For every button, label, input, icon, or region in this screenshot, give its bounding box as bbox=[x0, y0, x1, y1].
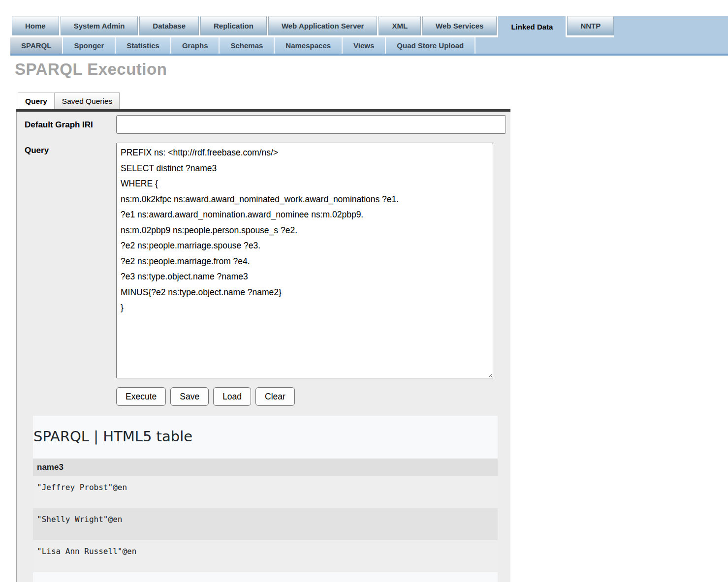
secondary-nav-tab-label: Statistics bbox=[127, 41, 159, 50]
query-actions: Execute Save Load Clear bbox=[116, 387, 295, 406]
query-panel: Default Graph IRI Query PREFIX ns: <http… bbox=[16, 112, 510, 582]
action-button[interactable]: Load bbox=[213, 387, 251, 406]
results-column-header: name3 bbox=[33, 459, 498, 476]
secondary-nav-tab[interactable]: Namespaces bbox=[275, 37, 343, 54]
primary-nav-tab[interactable]: System Admin bbox=[61, 16, 138, 35]
secondary-nav-tab-label: Views bbox=[353, 41, 374, 50]
primary-nav-tab[interactable]: Home bbox=[12, 16, 59, 35]
primary-nav-tab[interactable]: Linked Data bbox=[498, 16, 566, 37]
primary-nav-tab-label: System Admin bbox=[74, 22, 125, 30]
results-rows: "Jeffrey Probst"@en "Shelly Wright"@en "… bbox=[33, 476, 498, 572]
primary-nav-tab[interactable]: Replication bbox=[200, 16, 267, 35]
primary-nav: Home System Admin Database Replication W… bbox=[10, 16, 728, 37]
results-header: name3 bbox=[33, 459, 498, 476]
secondary-nav-tab-label: Namespaces bbox=[285, 41, 331, 50]
tab-query[interactable]: Query bbox=[18, 92, 55, 109]
secondary-nav-filler bbox=[475, 37, 728, 54]
primary-nav-tab[interactable]: Web Services bbox=[422, 16, 497, 35]
primary-nav-filler bbox=[614, 16, 728, 37]
default-graph-iri-label: Default Graph IRI bbox=[25, 120, 93, 130]
primary-nav-tab-label: Web Services bbox=[436, 22, 483, 30]
primary-nav-tab-label: XML bbox=[392, 22, 408, 30]
default-graph-iri-input[interactable] bbox=[116, 115, 506, 134]
table-row: "Lisa Ann Russell"@en bbox=[33, 540, 498, 572]
primary-nav-tab-label: Linked Data bbox=[511, 23, 553, 31]
secondary-nav-tab-label: Schemas bbox=[230, 41, 263, 50]
primary-nav-tab[interactable]: Web Application Server bbox=[268, 16, 378, 35]
secondary-nav-tab[interactable]: Statistics bbox=[116, 37, 171, 54]
secondary-nav-tabs: SPARQL Sponger Statistics Graphs Schemas… bbox=[10, 37, 475, 54]
secondary-nav-tab-label: Sponger bbox=[74, 41, 104, 50]
secondary-nav-tab-label: SPARQL bbox=[21, 41, 51, 50]
table-row: "Shelly Wright"@en bbox=[33, 508, 498, 540]
tab-saved-queries[interactable]: Saved Queries bbox=[55, 92, 120, 109]
secondary-nav-tab-label: Graphs bbox=[182, 41, 208, 50]
primary-nav-tab[interactable]: Database bbox=[139, 16, 199, 35]
primary-nav-tab-label: NNTP bbox=[580, 22, 601, 30]
secondary-nav-tab[interactable]: Quad Store Upload bbox=[386, 37, 475, 54]
primary-nav-tabs: Home System Admin Database Replication W… bbox=[10, 16, 614, 37]
secondary-nav-tab[interactable]: Graphs bbox=[171, 37, 220, 54]
query-tabbar: Query Saved Queries bbox=[18, 92, 120, 109]
secondary-nav-tab-label: Quad Store Upload bbox=[397, 41, 464, 50]
primary-nav-tab-label: Web Application Server bbox=[282, 22, 364, 30]
results-heading: SPARQL | HTML5 table bbox=[33, 416, 498, 459]
result-value: "Shelly Wright"@en bbox=[37, 515, 122, 524]
primary-nav-tab[interactable]: NNTP bbox=[567, 16, 614, 35]
primary-nav-tab-label: Database bbox=[153, 22, 186, 30]
results-section: SPARQL | HTML5 table name3 "Jeffrey Prob… bbox=[33, 416, 498, 582]
action-button[interactable]: Save bbox=[170, 387, 209, 406]
secondary-nav: SPARQL Sponger Statistics Graphs Schemas… bbox=[10, 37, 728, 56]
secondary-nav-tab[interactable]: Schemas bbox=[220, 37, 275, 54]
action-button[interactable]: Execute bbox=[116, 387, 166, 406]
secondary-nav-tab[interactable]: SPARQL bbox=[10, 37, 63, 54]
query-label: Query bbox=[25, 146, 49, 155]
query-textarea[interactable]: PREFIX ns: <http://rdf.freebase.com/ns/>… bbox=[116, 143, 493, 378]
secondary-nav-tab[interactable]: Sponger bbox=[63, 37, 116, 54]
primary-nav-tab-label: Home bbox=[25, 22, 46, 30]
primary-nav-tab-label: Replication bbox=[214, 22, 253, 30]
result-value: "Jeffrey Probst"@en bbox=[37, 483, 127, 492]
table-row: "Jeffrey Probst"@en bbox=[33, 476, 498, 508]
secondary-nav-tab[interactable]: Views bbox=[343, 37, 386, 54]
result-value: "Lisa Ann Russell"@en bbox=[37, 547, 136, 556]
page-title: SPARQL Execution bbox=[15, 60, 167, 79]
primary-nav-tab[interactable]: XML bbox=[379, 16, 421, 35]
action-button[interactable]: Clear bbox=[255, 387, 295, 406]
